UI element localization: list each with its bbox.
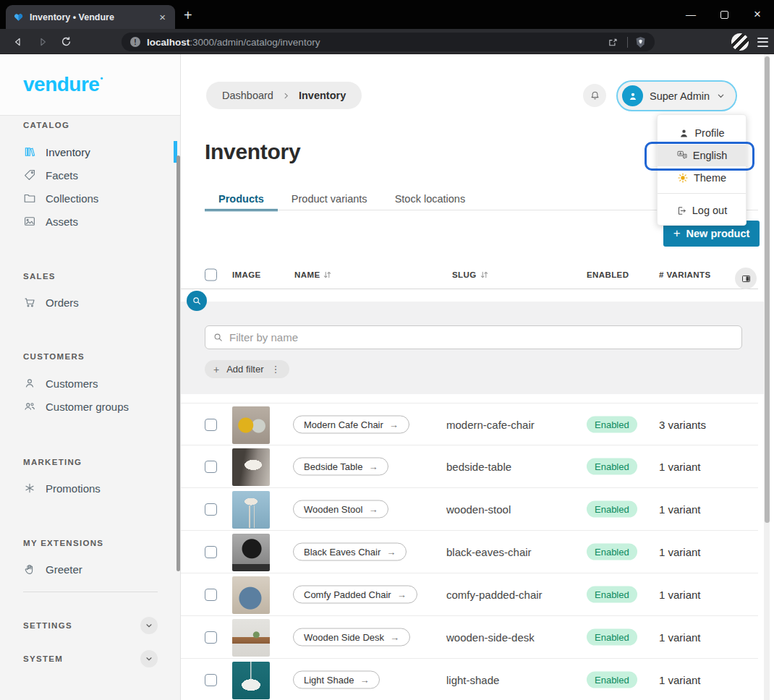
variant-count: 1 variant xyxy=(659,461,701,473)
chevron-down-icon[interactable] xyxy=(140,650,158,667)
tab-stock-locations[interactable]: Stock locations xyxy=(381,187,480,210)
sidebar-item-orders[interactable]: Orders xyxy=(14,292,159,312)
chevron-down-icon[interactable] xyxy=(140,617,158,634)
sidebar-item-customer-groups[interactable]: Customer groups xyxy=(14,396,159,417)
forward-button[interactable] xyxy=(32,29,54,54)
chevron-down-icon xyxy=(716,91,726,101)
page-scrollbar-thumb[interactable] xyxy=(765,56,770,523)
variant-count: 1 variant xyxy=(659,546,701,558)
brave-shield-icon[interactable] xyxy=(635,36,646,48)
browser-toolbar: ! localhost:3000/admin/catalog/inventory xyxy=(0,29,774,54)
tab-title: Inventory • Vendure xyxy=(30,12,151,22)
search-toggle-button[interactable] xyxy=(187,291,207,311)
waving-hand-icon xyxy=(23,563,36,576)
window-minimize-button[interactable]: — xyxy=(674,0,707,29)
filter-by-name-input[interactable] xyxy=(229,331,734,343)
sidebar-item-facets[interactable]: Facets xyxy=(14,165,159,185)
row-checkbox[interactable] xyxy=(205,461,217,473)
cart-icon xyxy=(23,296,36,309)
product-image xyxy=(232,576,270,614)
browser-tab-bar: Inventory • Vendure × + — × xyxy=(0,0,774,29)
product-image xyxy=(232,619,270,657)
product-slug: modern-cafe-chair xyxy=(446,418,535,430)
product-name-link[interactable]: Modern Cafe Chair→ xyxy=(293,415,409,433)
sidebar-section-settings[interactable]: SETTINGS xyxy=(23,616,158,635)
table-row: Comfy Padded Chair→ comfy-padded-chair E… xyxy=(181,573,758,616)
row-checkbox[interactable] xyxy=(205,503,217,516)
menu-item-theme[interactable]: Theme xyxy=(658,167,746,189)
breadcrumb-dashboard[interactable]: Dashboard xyxy=(222,90,273,101)
menu-item-logout[interactable]: Log out xyxy=(658,200,746,221)
sidebar-item-greeter[interactable]: Greeter xyxy=(14,559,159,579)
row-checkbox[interactable] xyxy=(205,674,217,686)
breadcrumb-inventory: Inventory xyxy=(299,90,346,101)
row-checkbox[interactable] xyxy=(205,589,217,601)
menu-item-profile[interactable]: Profile xyxy=(658,122,746,144)
select-all-checkbox[interactable] xyxy=(205,268,217,281)
kebab-menu-icon[interactable]: ⋮ xyxy=(271,364,281,375)
sidebar-item-collections[interactable]: Collections xyxy=(14,188,159,208)
status-badge: Enabled xyxy=(587,501,637,518)
product-name-link[interactable]: Black Eaves Chair→ xyxy=(293,543,407,561)
tab-bar: Products Product variants Stock location… xyxy=(205,187,479,210)
back-button[interactable] xyxy=(7,29,29,54)
translate-icon xyxy=(676,150,688,161)
product-name-link[interactable]: Wooden Stool→ xyxy=(293,500,388,518)
users-icon xyxy=(23,400,36,413)
url-bar[interactable]: ! localhost:3000/admin/catalog/inventory xyxy=(122,33,655,51)
reload-button[interactable] xyxy=(55,29,77,54)
sidebar-item-assets[interactable]: Assets xyxy=(14,211,159,231)
sidebar-section-system[interactable]: SYSTEM xyxy=(23,649,158,668)
product-slug: bedside-table xyxy=(446,461,511,473)
sidebar-item-customers[interactable]: Customers xyxy=(14,373,159,393)
arrow-right-icon: → xyxy=(389,419,399,430)
sidebar: vendure• CATALOG Inventory Facets Collec… xyxy=(0,54,181,700)
sidebar-item-promotions[interactable]: Promotions xyxy=(14,478,159,498)
row-checkbox[interactable] xyxy=(205,419,217,431)
browser-profile-avatar[interactable] xyxy=(731,33,749,51)
tab-products[interactable]: Products xyxy=(205,187,278,210)
person-icon xyxy=(679,128,689,139)
column-header-image: IMAGE xyxy=(232,270,261,279)
table-row: Light Shade→ light-shade Enabled 1 varia… xyxy=(181,659,758,700)
column-header-name[interactable]: NAME xyxy=(294,270,332,279)
filter-input-wrap xyxy=(205,325,742,349)
share-icon[interactable] xyxy=(608,36,620,48)
sidebar-scrollbar[interactable] xyxy=(177,155,180,571)
browser-menu-icon[interactable] xyxy=(757,38,768,47)
filter-panel: + Add filter ⋮ xyxy=(181,302,765,394)
product-name-link[interactable]: Comfy Padded Chair→ xyxy=(293,586,417,604)
product-image xyxy=(232,662,270,699)
sidebar-item-inventory[interactable]: Inventory xyxy=(14,142,159,162)
window-close-button[interactable]: × xyxy=(741,0,774,29)
bell-icon xyxy=(589,90,601,102)
section-label-my-extensions: MY EXTENSIONS xyxy=(23,539,103,547)
browser-tab[interactable]: Inventory • Vendure × xyxy=(6,5,175,29)
product-name-link[interactable]: Bedside Table→ xyxy=(293,458,388,476)
product-name-link[interactable]: Wooden Side Desk→ xyxy=(293,628,410,646)
site-info-icon[interactable]: ! xyxy=(130,37,140,47)
product-slug: comfy-padded-chair xyxy=(446,589,543,601)
row-checkbox[interactable] xyxy=(205,546,217,558)
tab-close-icon[interactable]: × xyxy=(157,11,168,23)
status-badge: Enabled xyxy=(587,672,637,688)
plus-icon: + xyxy=(673,226,681,241)
section-label-customers: CUSTOMERS xyxy=(23,352,85,361)
main-content: Dashboard Inventory Super Admin Inventor… xyxy=(181,54,774,700)
user-menu-button[interactable]: Super Admin xyxy=(616,80,737,111)
column-settings-button[interactable] xyxy=(735,268,757,289)
sun-icon xyxy=(677,172,689,184)
column-header-slug[interactable]: SLUG xyxy=(452,270,489,279)
notifications-button[interactable] xyxy=(583,84,606,107)
menu-item-language[interactable]: English xyxy=(658,145,746,166)
status-badge: Enabled xyxy=(587,629,637,646)
window-maximize-button[interactable] xyxy=(707,0,741,29)
status-badge: Enabled xyxy=(587,586,637,603)
variant-count: 1 variant xyxy=(659,674,701,686)
new-tab-button[interactable]: + xyxy=(184,7,192,24)
tab-product-variants[interactable]: Product variants xyxy=(278,187,381,210)
column-header-variants: # VARIANTS xyxy=(659,270,711,279)
row-checkbox[interactable] xyxy=(205,631,217,644)
add-filter-button[interactable]: + Add filter ⋮ xyxy=(205,360,289,378)
product-name-link[interactable]: Light Shade→ xyxy=(293,671,380,689)
